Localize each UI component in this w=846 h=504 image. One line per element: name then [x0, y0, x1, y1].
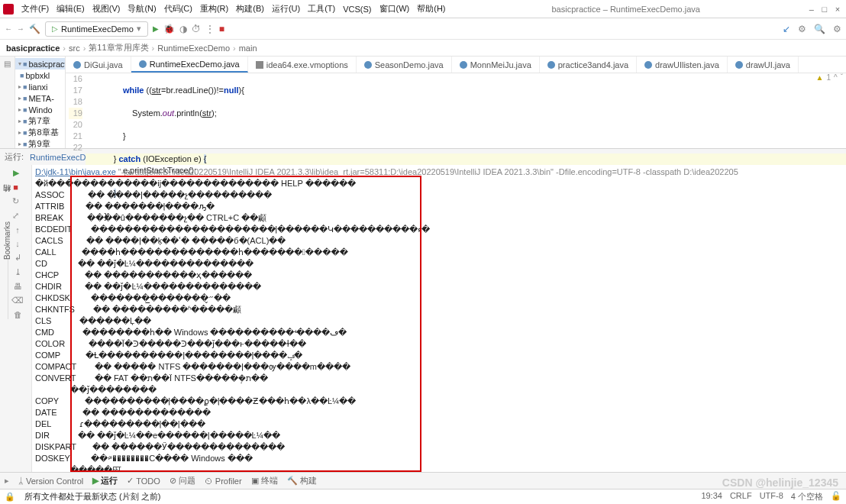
- class-icon: [364, 61, 372, 69]
- todo-icon: ✓: [127, 476, 134, 486]
- menu-navigate[interactable]: 导航(N): [128, 3, 156, 15]
- class-icon: [735, 61, 743, 69]
- coverage-button[interactable]: ◑: [179, 24, 187, 34]
- indent[interactable]: 4 个空格: [791, 491, 823, 502]
- build-icon[interactable]: 🔨: [29, 24, 40, 34]
- app-logo: [3, 4, 14, 15]
- menu-build[interactable]: 构建(B): [236, 3, 264, 15]
- problems-icon: ⊘: [170, 476, 176, 486]
- nav-back-icon[interactable]: ←: [5, 24, 12, 33]
- stop-button[interactable]: ■: [219, 24, 224, 34]
- console-output[interactable]: D:\jdk-11\bin\java.exe "-javaagent:D:\id…: [32, 165, 846, 472]
- run-config-label: RuntimeExecDemo: [61, 24, 134, 34]
- tab-profiler[interactable]: ⏲Profiler: [205, 477, 242, 486]
- settings-icon[interactable]: ⚙: [833, 24, 841, 34]
- window-title: basicpractice – RuntimeExecDemo.java: [551, 5, 699, 14]
- code-editor[interactable]: while ((str=br.readLine())!=null){ Syste…: [86, 73, 846, 148]
- clear-icon[interactable]: ⌫: [11, 296, 24, 305]
- menu-tools[interactable]: 工具(T): [308, 3, 335, 15]
- tab-problems[interactable]: ⊘问题: [170, 475, 195, 486]
- tab-terminal[interactable]: ▣终端: [251, 475, 278, 486]
- breadcrumb: basicpractice › src › 第11章常用库类 › Runtime…: [0, 40, 846, 57]
- tab-vcs[interactable]: ᛦVersion Control: [18, 477, 83, 486]
- max-button[interactable]: □: [819, 5, 830, 14]
- profile-button[interactable]: ⏱: [192, 24, 201, 34]
- menu-refactor[interactable]: 重构(R): [200, 3, 228, 15]
- menu-view[interactable]: 视图(V): [92, 3, 121, 15]
- profiler-icon: ⏲: [205, 477, 213, 486]
- line-sep[interactable]: CRLF: [730, 491, 752, 502]
- run-icon: ▶: [92, 476, 98, 486]
- down-icon[interactable]: ↓: [15, 239, 20, 248]
- readonly-icon[interactable]: 🔓: [831, 491, 841, 502]
- close-button[interactable]: ×: [832, 5, 843, 14]
- tab-practice3and4[interactable]: practice3and4.java: [540, 57, 637, 73]
- expand-icon: ˇ: [841, 73, 843, 82]
- scroll-end-icon[interactable]: ⤓: [15, 267, 21, 277]
- tab-runtimeexecdemo[interactable]: RuntimeExecDemo.java: [131, 57, 248, 73]
- ide-settings-icon[interactable]: ⚙: [798, 24, 806, 34]
- up-icon[interactable]: ↑: [15, 225, 20, 234]
- tab-run[interactable]: ▶运行: [92, 475, 118, 486]
- bookmarks-toolwindow[interactable]: Bookmarks: [3, 221, 11, 260]
- run-config-icon: ▷: [52, 24, 58, 33]
- build-icon: 🔨: [287, 476, 298, 486]
- tab-monnmeiju[interactable]: MonnMeiJu.java: [452, 57, 540, 73]
- debug-button[interactable]: 🐞: [163, 24, 175, 34]
- status-message: 所有文件都处于最新状态 (片刻 之前): [24, 491, 160, 502]
- menu-file[interactable]: 文件(F): [21, 3, 49, 15]
- softwrap-icon[interactable]: ↲: [15, 253, 21, 263]
- class-icon: [644, 61, 652, 69]
- breadcrumb-item[interactable]: 第11章常用库类: [89, 42, 148, 53]
- menu-window[interactable]: 窗口(W): [379, 3, 410, 15]
- breadcrumb-item[interactable]: main: [239, 44, 257, 53]
- terminal-icon: ▣: [251, 476, 259, 486]
- search-everywhere-icon[interactable]: 🔍: [814, 24, 825, 34]
- caret-icon: ^: [834, 73, 838, 82]
- more-run-icon[interactable]: ⋮: [205, 24, 215, 34]
- run-config-select[interactable]: ▷ RuntimeExecDemo ▾: [45, 21, 148, 37]
- inspections-widget[interactable]: ▲ 1 ^ ˇ: [815, 73, 843, 82]
- tab-todo[interactable]: ✓TODO: [127, 476, 160, 486]
- gutter: 161718 19 202122: [66, 73, 86, 148]
- tab-seasondemo[interactable]: SeasonDemo.java: [357, 57, 452, 73]
- menu-vcs[interactable]: VCS(S): [343, 5, 371, 14]
- tab-drawuilisten[interactable]: drawUIlisten.java: [637, 57, 728, 73]
- tab-vmoptions[interactable]: idea64.exe.vmoptions: [248, 57, 357, 73]
- vcs-update-icon[interactable]: ↙: [783, 24, 790, 34]
- tab-build[interactable]: 🔨构建: [287, 475, 317, 486]
- class-icon: [460, 61, 467, 69]
- rerun-icon[interactable]: ▶: [13, 168, 19, 178]
- menu-run[interactable]: 运行(U): [272, 3, 300, 15]
- expand-icon[interactable]: ▸: [5, 476, 9, 486]
- min-button[interactable]: –: [806, 5, 817, 14]
- encoding[interactable]: UTF-8: [760, 491, 783, 502]
- trash-icon[interactable]: 🗑: [14, 310, 22, 319]
- breadcrumb-item[interactable]: src: [69, 44, 80, 53]
- run-button[interactable]: ▶: [153, 24, 159, 33]
- class-icon: [139, 60, 147, 68]
- warning-count: 1: [826, 73, 831, 82]
- menu-edit[interactable]: 编辑(E): [57, 3, 85, 15]
- run-label: 运行:: [5, 151, 24, 163]
- project-tree[interactable]: ▾■basicpracti ■bpbxkl ▸■lianxi ▸■META- ▸…: [15, 57, 66, 148]
- tab-digui[interactable]: DiGui.java: [66, 57, 131, 73]
- branch-icon: ᛦ: [18, 477, 24, 486]
- stop-icon[interactable]: ■: [13, 183, 18, 192]
- warning-icon: ▲: [815, 73, 823, 82]
- project-toolwindow-icon[interactable]: ▤: [4, 60, 11, 68]
- vcs-status-icon[interactable]: 🔒: [5, 492, 15, 502]
- class-icon: [547, 61, 555, 69]
- menu-code[interactable]: 代码(C): [164, 3, 192, 15]
- breadcrumb-item[interactable]: basicpractice: [6, 44, 60, 53]
- print-icon[interactable]: 🖶: [14, 282, 22, 291]
- breadcrumb-item[interactable]: RuntimeExecDemo: [157, 44, 230, 53]
- tab-drawui[interactable]: drawUI.java: [728, 57, 799, 73]
- class-icon: [73, 61, 81, 69]
- dropdown-icon: ▾: [137, 24, 141, 34]
- text-icon: [256, 61, 263, 69]
- nav-fwd-icon[interactable]: →: [17, 24, 24, 33]
- caret-pos[interactable]: 19:34: [701, 491, 722, 502]
- menu-help[interactable]: 帮助(H): [417, 3, 445, 15]
- editor-tabs: DiGui.java RuntimeExecDemo.java idea64.e…: [66, 57, 846, 73]
